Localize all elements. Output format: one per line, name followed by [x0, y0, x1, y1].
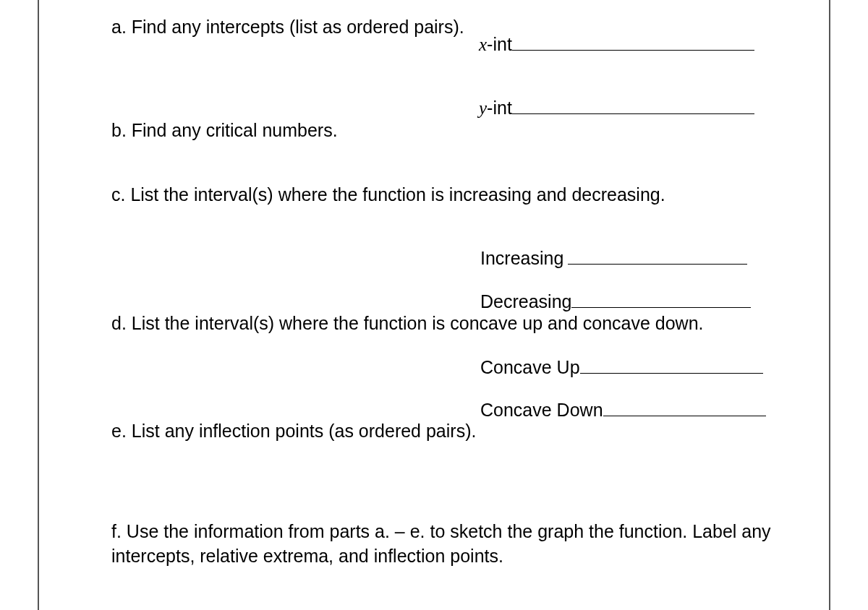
x-intercept-label: x-int	[479, 34, 512, 55]
concave-down-row: Concave Down	[480, 400, 766, 421]
y-intercept-row: y-int	[479, 98, 754, 119]
decreasing-label: Decreasing	[480, 291, 571, 312]
x-var: x	[479, 35, 487, 54]
concave-up-row: Concave Up	[480, 357, 763, 378]
increasing-blank[interactable]	[568, 264, 747, 265]
concave-up-label: Concave Up	[480, 357, 580, 378]
question-e: e. List any inflection points (as ordere…	[111, 421, 476, 442]
question-c: c. List the interval(s) where the functi…	[111, 184, 665, 205]
y-intercept-label: y-int	[479, 98, 512, 119]
y-var: y	[479, 98, 487, 118]
x-int-suffix: -int	[487, 34, 512, 54]
x-intercept-blank[interactable]	[512, 50, 754, 51]
decreasing-blank[interactable]	[571, 307, 751, 308]
question-f: f. Use the information from parts a. – e…	[111, 520, 777, 569]
x-intercept-row: x-int	[479, 34, 754, 55]
increasing-row: Increasing	[480, 248, 747, 269]
decreasing-row: Decreasing	[480, 291, 751, 312]
question-d: d. List the interval(s) where the functi…	[111, 313, 704, 334]
increasing-label: Increasing	[480, 248, 563, 269]
concave-up-blank[interactable]	[580, 373, 763, 374]
y-int-suffix: -int	[487, 98, 512, 118]
worksheet-page: a. Find any intercepts (list as ordered …	[38, 0, 830, 610]
y-intercept-blank[interactable]	[512, 113, 754, 114]
concave-down-label: Concave Down	[480, 400, 603, 421]
concave-down-blank[interactable]	[603, 416, 766, 416]
question-b: b. Find any critical numbers.	[111, 120, 338, 141]
question-a: a. Find any intercepts (list as ordered …	[111, 17, 464, 38]
